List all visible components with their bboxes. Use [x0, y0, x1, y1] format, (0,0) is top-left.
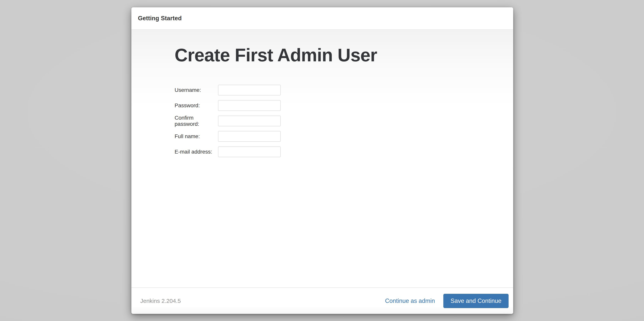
form-row-email: E-mail address:	[174, 146, 513, 157]
fullname-label: Full name:	[174, 133, 218, 140]
create-admin-form: Username: Password: Confirm password: Fu…	[174, 85, 513, 157]
dialog-footer: Jenkins 2.204.5 Continue as admin Save a…	[132, 288, 513, 314]
confirm-password-input[interactable]	[218, 116, 281, 126]
form-row-username: Username:	[174, 85, 513, 96]
email-input[interactable]	[218, 146, 281, 157]
dialog-title: Getting Started	[138, 15, 182, 22]
username-label: Username:	[174, 87, 218, 93]
confirm-password-label: Confirm password:	[174, 115, 218, 127]
desktop-background: { "header": { "title": "Getting Started"…	[0, 0, 644, 321]
page-title: Create First Admin User	[174, 44, 513, 66]
jenkins-version-label: Jenkins 2.204.5	[140, 298, 181, 304]
fullname-input[interactable]	[218, 131, 281, 142]
dialog-content: Create First Admin User Username: Passwo…	[132, 30, 513, 288]
username-input[interactable]	[218, 85, 281, 96]
form-row-fullname: Full name:	[174, 131, 513, 142]
password-label: Password:	[174, 102, 218, 108]
continue-as-admin-link[interactable]: Continue as admin	[385, 298, 435, 304]
dialog-header: Getting Started	[132, 7, 513, 30]
save-and-continue-button[interactable]: Save and Continue	[443, 294, 508, 308]
setup-wizard-dialog: Getting Started Create First Admin User …	[132, 7, 513, 314]
form-row-confirm-password: Confirm password:	[174, 116, 513, 126]
password-input[interactable]	[218, 100, 281, 111]
form-row-password: Password:	[174, 100, 513, 111]
email-label: E-mail address:	[174, 149, 218, 155]
